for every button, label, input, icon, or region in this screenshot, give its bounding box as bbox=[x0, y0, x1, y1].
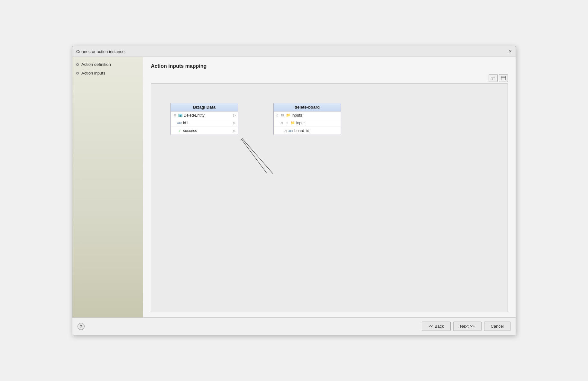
row-arrow: ▷ bbox=[233, 129, 236, 133]
dialog-footer: ? << Back Next >> Cancel bbox=[72, 317, 516, 335]
help-button[interactable]: ? bbox=[78, 323, 85, 330]
sidebar: Action definition Action inputs bbox=[72, 57, 143, 317]
expand-icon: ⊟ bbox=[280, 113, 285, 117]
row-label-board-id: board_id bbox=[294, 128, 339, 133]
footer-right: << Back Next >> Cancel bbox=[422, 322, 510, 331]
next-button[interactable]: Next >> bbox=[453, 322, 482, 331]
row-label-success: success bbox=[183, 128, 232, 133]
left-table-header: Bizagi Data bbox=[171, 103, 238, 111]
auto-map-icon bbox=[491, 76, 496, 80]
table-row: ◁ abc board_id bbox=[274, 127, 341, 135]
right-table-header: delete-board bbox=[274, 103, 341, 111]
sidebar-label-action-inputs: Action inputs bbox=[81, 71, 105, 75]
svg-marker-1 bbox=[494, 76, 495, 78]
row-label-input: input bbox=[296, 121, 339, 125]
sidebar-label-action-definition: Action definition bbox=[81, 62, 111, 67]
sidebar-dot-1 bbox=[76, 63, 79, 66]
expand-icon: ⊟ bbox=[285, 121, 289, 125]
footer-left: ? bbox=[78, 323, 85, 330]
layout-button[interactable] bbox=[499, 74, 508, 82]
table-row: ⊟ ▦ DeleteEntity ▷ bbox=[171, 111, 238, 119]
abc-icon: abc bbox=[289, 129, 293, 132]
row-arrow: ▷ bbox=[233, 121, 236, 125]
close-button[interactable]: × bbox=[509, 49, 512, 54]
row-label-id1: id1 bbox=[183, 121, 232, 125]
sidebar-item-action-definition[interactable]: Action definition bbox=[76, 62, 139, 67]
table-row: ◁ ⊟ 📁 input bbox=[274, 119, 341, 127]
check-icon: ✓ bbox=[177, 129, 182, 133]
dialog-titlebar: Connector action instance × bbox=[72, 46, 516, 57]
right-table: delete-board ◁ ⊟ 📁 inputs ◁ ⊟ 📁 bbox=[273, 103, 341, 135]
sidebar-dot-2 bbox=[76, 72, 79, 75]
row-label-inputs: inputs bbox=[292, 113, 339, 118]
table-icon: ▦ bbox=[179, 114, 182, 117]
expand-icon: ⊟ bbox=[173, 113, 177, 117]
folder-icon: 📁 bbox=[290, 121, 295, 125]
sidebar-item-action-inputs[interactable]: Action inputs bbox=[76, 71, 139, 75]
main-content: Action inputs mapping bbox=[143, 57, 516, 317]
svg-line-6 bbox=[241, 139, 267, 173]
connector-action-dialog: Connector action instance × Action defin… bbox=[72, 46, 516, 335]
svg-line-7 bbox=[242, 138, 273, 173]
mapping-toolbar bbox=[151, 74, 508, 82]
table-row: ◁ ⊟ 📁 inputs bbox=[274, 111, 341, 119]
cancel-button[interactable]: Cancel bbox=[484, 322, 510, 331]
left-arrow: ◁ bbox=[284, 129, 287, 133]
folder-icon: 📁 bbox=[286, 113, 290, 117]
auto-map-button[interactable] bbox=[489, 74, 498, 82]
mapping-canvas: Bizagi Data ⊟ ▦ DeleteEntity ▷ abc id1 bbox=[151, 83, 508, 312]
table-row: ✓ success ▷ bbox=[171, 127, 238, 135]
svg-marker-3 bbox=[491, 78, 492, 80]
row-arrow: ▷ bbox=[233, 113, 236, 117]
table-row: abc id1 ▷ bbox=[171, 119, 238, 127]
left-table: Bizagi Data ⊟ ▦ DeleteEntity ▷ abc id1 bbox=[170, 103, 238, 135]
left-arrow: ◁ bbox=[280, 121, 283, 125]
dialog-title: Connector action instance bbox=[76, 49, 124, 54]
back-button[interactable]: << Back bbox=[422, 322, 451, 331]
left-arrow: ◁ bbox=[276, 113, 278, 117]
svg-rect-4 bbox=[501, 76, 506, 80]
abc-icon: abc bbox=[177, 121, 182, 124]
section-title: Action inputs mapping bbox=[151, 63, 508, 69]
dialog-body: Action definition Action inputs Action i… bbox=[72, 57, 516, 317]
row-label-delete-entity: DeleteEntity bbox=[184, 113, 232, 118]
layout-icon bbox=[501, 76, 506, 80]
